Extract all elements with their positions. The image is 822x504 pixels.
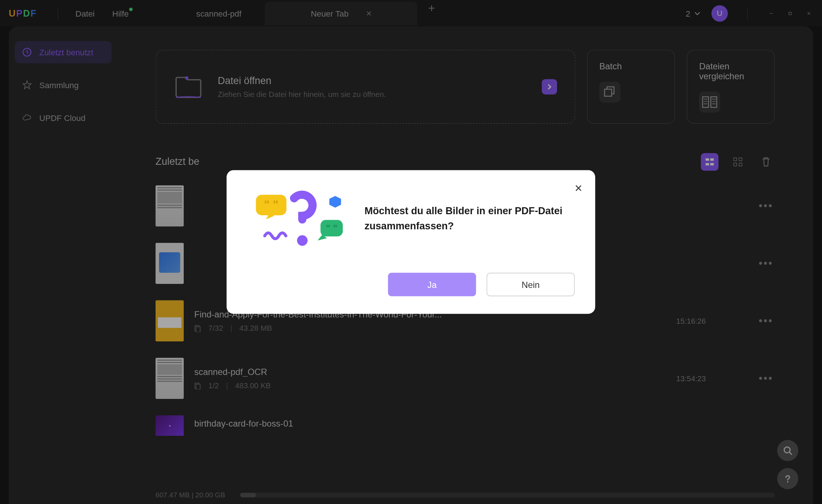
modal-close-button[interactable]: × bbox=[575, 181, 582, 196]
modal-dialog: × " " " " bbox=[227, 170, 595, 314]
svg-text:" ": " " bbox=[326, 223, 337, 233]
svg-text:" ": " " bbox=[264, 198, 279, 211]
modal-yes-button[interactable]: Ja bbox=[388, 273, 476, 296]
modal-overlay[interactable]: × " " " " bbox=[0, 0, 822, 504]
modal-graphic: " " " " bbox=[247, 188, 344, 249]
modal-text: Möchtest du alle Bilder in einer PDF-Dat… bbox=[365, 204, 575, 233]
svg-point-22 bbox=[297, 235, 308, 246]
modal-no-button[interactable]: Nein bbox=[487, 273, 575, 296]
